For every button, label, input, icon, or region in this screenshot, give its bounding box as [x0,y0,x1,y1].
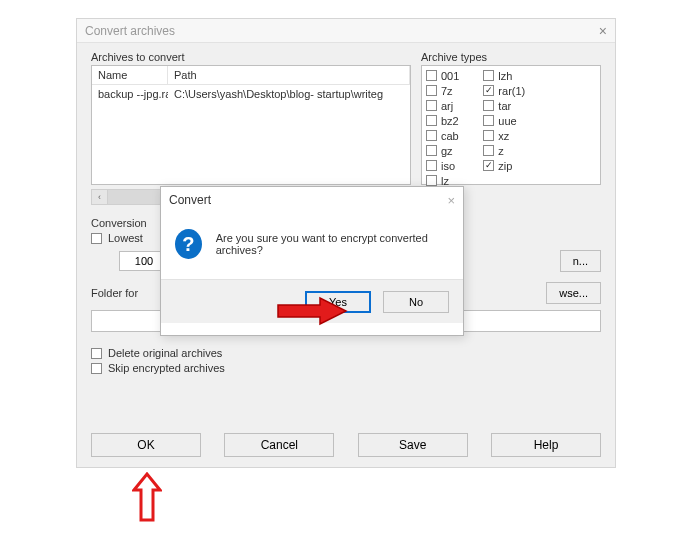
checkbox-icon[interactable] [426,160,437,171]
archive-type-option[interactable]: arj [426,98,459,113]
lowest-checkbox[interactable] [91,233,102,244]
archive-type-label: cab [441,130,459,142]
archive-type-option[interactable]: uue [483,113,525,128]
question-icon: ? [175,229,202,259]
archive-type-option[interactable]: xz [483,128,525,143]
archive-type-label: lz [441,175,449,187]
archive-type-label: 7z [441,85,453,97]
checkbox-icon[interactable]: ✓ [483,85,494,96]
archive-type-label: 001 [441,70,459,82]
archive-type-option[interactable]: ✓zip [483,158,525,173]
checkbox-icon[interactable] [483,130,494,141]
modal-title: Convert [169,193,211,207]
archive-type-label: zip [498,160,512,172]
checkbox-icon[interactable] [426,145,437,156]
confirm-dialog: Convert × ? Are you sure you want to enc… [160,186,464,336]
archive-type-label: arj [441,100,453,112]
titlebar: Convert archives × [77,19,615,43]
archive-type-label: bz2 [441,115,459,127]
checkbox-icon[interactable] [426,100,437,111]
archive-type-option[interactable]: lzh [483,68,525,83]
archive-type-label: iso [441,160,455,172]
lowest-label: Lowest [108,232,143,244]
help-button[interactable]: Help [491,433,601,457]
checkbox-icon[interactable] [483,115,494,126]
cell-name: backup --jpg.rar [92,85,168,103]
archive-type-option[interactable]: z [483,143,525,158]
checkbox-icon[interactable] [483,70,494,81]
archive-type-label: tar [498,100,511,112]
no-button[interactable]: No [383,291,449,313]
close-icon[interactable]: × [599,23,607,39]
archive-type-option[interactable]: gz [426,143,459,158]
archive-types-label: Archive types [421,51,601,63]
archive-type-label: z [498,145,504,157]
checkbox-icon[interactable] [483,100,494,111]
ok-button[interactable]: OK [91,433,201,457]
scroll-thumb[interactable] [108,190,168,204]
archive-type-label: rar(1) [498,85,525,97]
checkbox-icon[interactable] [426,175,437,186]
archive-type-option[interactable]: cab [426,128,459,143]
archive-type-option[interactable]: tar [483,98,525,113]
save-button[interactable]: Save [358,433,468,457]
cell-path: C:\Users\yash\Desktop\blog- startup\writ… [168,85,410,103]
archive-type-option[interactable]: ✓rar(1) [483,83,525,98]
checkbox-icon[interactable] [426,70,437,81]
archive-type-label: uue [498,115,516,127]
delete-original-label: Delete original archives [108,347,222,359]
window-title: Convert archives [85,24,175,38]
archives-to-convert-label: Archives to convert [91,51,411,63]
archive-type-option[interactable]: iso [426,158,459,173]
browse-button[interactable]: wse... [546,282,601,304]
archive-type-option[interactable]: bz2 [426,113,459,128]
checkbox-icon[interactable]: ✓ [483,160,494,171]
skip-encrypted-checkbox[interactable] [91,363,102,374]
checkbox-icon[interactable] [483,145,494,156]
cancel-button[interactable]: Cancel [224,433,334,457]
dialog-button-bar: OK Cancel Save Help [91,433,601,457]
archive-type-label: xz [498,130,509,142]
archives-list[interactable]: Name Path backup --jpg.rar C:\Users\yash… [91,65,411,185]
checkbox-icon[interactable] [426,85,437,96]
folder-label: Folder for [91,287,138,299]
scroll-left-icon[interactable]: ‹ [92,190,108,204]
checkbox-icon[interactable] [426,115,437,126]
archive-type-label: lzh [498,70,512,82]
archive-type-label: gz [441,145,453,157]
delete-original-checkbox[interactable] [91,348,102,359]
table-row[interactable]: backup --jpg.rar C:\Users\yash\Desktop\b… [92,85,410,103]
archive-type-option[interactable]: 001 [426,68,459,83]
column-header-name[interactable]: Name [92,66,168,84]
modal-message: Are you sure you want to encrypt convert… [216,232,449,256]
archive-type-option[interactable]: 7z [426,83,459,98]
archive-types-list: 0017zarjbz2cabgzisolz lzh✓rar(1)taruuexz… [421,65,601,185]
modal-close-icon[interactable]: × [447,193,455,208]
annotation-arrow-up-icon [132,472,162,522]
column-header-path[interactable]: Path [168,66,410,84]
skip-encrypted-label: Skip encrypted archives [108,362,225,374]
yes-button[interactable]: Yes [305,291,371,313]
compression-button[interactable]: n... [560,250,601,272]
checkbox-icon[interactable] [426,130,437,141]
